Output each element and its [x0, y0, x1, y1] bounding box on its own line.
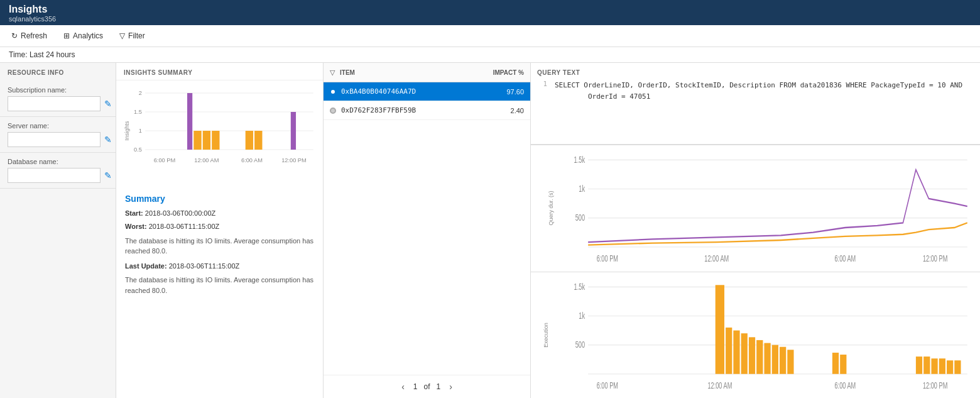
- svg-text:500: 500: [575, 340, 585, 349]
- database-field: Database name: ✎: [0, 153, 116, 189]
- svg-text:12:00 PM: 12:00 PM: [923, 380, 947, 389]
- app-title: Insights: [9, 4, 971, 15]
- svg-rect-42: [749, 337, 755, 373]
- query-duration-chart: Query dur. (s) 1.5k 1k 500: [531, 145, 980, 272]
- svg-rect-52: [931, 358, 937, 374]
- server-input[interactable]: [8, 132, 101, 147]
- query-code: SELECT OrderLineID, OrderID, StockItemID…: [555, 80, 962, 102]
- svg-text:12:00 PM: 12:00 PM: [923, 253, 947, 263]
- last-update-value: 2018-03-06T11:15:00Z: [169, 262, 240, 270]
- refresh-button[interactable]: Refresh: [9, 30, 50, 41]
- svg-rect-47: [787, 350, 793, 373]
- summary-worst: Worst: 2018-03-06T11:15:00Z: [125, 222, 314, 231]
- page-total: 1: [437, 382, 441, 391]
- subscription-label: Subscription name:: [8, 86, 108, 94]
- summary-section: Summary Start: 2018-03-06T00:00:00Z Wors…: [116, 187, 323, 398]
- query-text-panel: QUERY TEXT 1 SELECT OrderLineID, OrderID…: [531, 63, 980, 145]
- analytics-icon: [63, 31, 70, 40]
- col-item-header: ITEM: [340, 69, 474, 76]
- bottom-charts: Query dur. (s) 1.5k 1k 500: [531, 145, 980, 398]
- svg-rect-50: [916, 357, 922, 374]
- database-input[interactable]: [8, 168, 101, 183]
- summary-last-update: Last Update: 2018-03-06T11:15:00Z: [125, 262, 314, 271]
- svg-text:0.5: 0.5: [134, 146, 142, 153]
- query-line-number: 1: [537, 80, 547, 102]
- svg-rect-12: [187, 93, 192, 150]
- subscription-edit-icon[interactable]: ✎: [104, 99, 112, 109]
- database-label: Database name:: [8, 158, 108, 165]
- svg-rect-48: [832, 352, 839, 373]
- execution-y-label: Execution: [543, 323, 549, 348]
- worst-value: 2018-03-06T11:15:00Z: [149, 223, 220, 230]
- filter-icon: [119, 31, 125, 40]
- subscription-field: Subscription name: ✎: [0, 81, 116, 117]
- app-header: Insights sqlanalytics356: [0, 0, 980, 25]
- items-panel: ITEM IMPACT % 0xBA4B0B040746AA7D 97.60 0…: [324, 63, 531, 398]
- resource-panel: RESOURCE INFO Subscription name: ✎ Serve…: [0, 63, 116, 398]
- svg-rect-39: [726, 327, 732, 373]
- page-of: of: [423, 382, 430, 391]
- item-id: 0xBA4B0B040746AA7D: [341, 87, 474, 96]
- svg-rect-15: [291, 112, 296, 150]
- svg-rect-9: [193, 131, 201, 150]
- item-id: 0xD762F283F7FBF59B: [341, 106, 474, 114]
- item-row[interactable]: 0xBA4B0B040746AA7D 97.60: [324, 82, 530, 101]
- items-table-header: ITEM IMPACT %: [324, 63, 530, 82]
- subscription-input[interactable]: [8, 96, 101, 111]
- server-field: Server name: ✎: [0, 117, 116, 153]
- item-impact: 97.60: [474, 88, 524, 96]
- svg-text:1k: 1k: [579, 311, 585, 320]
- item-row[interactable]: 0xD762F283F7FBF59B 2.40: [324, 101, 530, 120]
- col-impact-header: IMPACT %: [474, 69, 524, 76]
- filter-button[interactable]: Filter: [117, 30, 148, 41]
- start-value: 2018-03-06T00:00:00Z: [145, 209, 216, 217]
- svg-text:1k: 1k: [579, 184, 585, 193]
- svg-rect-51: [923, 357, 930, 374]
- insights-chart: 2 1.5 1 0.5 Insights 6:00 PM: [116, 80, 323, 187]
- svg-text:1: 1: [139, 128, 142, 134]
- item-impact: 2.40: [474, 107, 524, 114]
- analytics-button[interactable]: Analytics: [61, 30, 106, 41]
- insights-panel-title: INSIGHTS SUMMARY: [116, 63, 323, 80]
- svg-rect-38: [716, 285, 724, 373]
- svg-rect-14: [254, 131, 262, 150]
- svg-rect-49: [840, 355, 846, 374]
- svg-text:1.5k: 1.5k: [574, 282, 585, 291]
- start-label: Start:: [125, 209, 143, 217]
- svg-rect-41: [741, 333, 748, 374]
- svg-text:12:00 AM: 12:00 AM: [704, 253, 729, 263]
- worst-label: Worst:: [125, 223, 147, 230]
- svg-rect-10: [203, 131, 210, 150]
- svg-text:6:00 AM: 6:00 AM: [834, 253, 856, 263]
- items-list: 0xBA4B0B040746AA7D 97.60 0xD762F283F7FBF…: [324, 82, 530, 375]
- item-dot: [330, 89, 336, 95]
- query-duration-y-label: Query dur. (s): [548, 191, 554, 226]
- right-panel: QUERY TEXT 1 SELECT OrderLineID, OrderID…: [531, 63, 980, 398]
- prev-page-button[interactable]: ‹: [399, 380, 407, 393]
- svg-text:6:00 PM: 6:00 PM: [597, 380, 618, 389]
- bar-chart-svg: 1.5k 1k 500: [537, 277, 974, 394]
- svg-rect-13: [246, 131, 253, 150]
- summary-title: Summary: [125, 194, 314, 204]
- resource-panel-title: RESOURCE INFO: [0, 69, 116, 81]
- summary-desc1: The database is hitting its IO limits. A…: [125, 236, 314, 257]
- time-range-label: Time: Last 24 hours: [9, 50, 75, 59]
- toolbar: Refresh Analytics Filter: [0, 25, 980, 47]
- server-edit-icon[interactable]: ✎: [104, 135, 112, 145]
- last-update-label: Last Update:: [125, 262, 167, 270]
- next-page-button[interactable]: ›: [447, 380, 455, 393]
- database-edit-icon[interactable]: ✎: [104, 170, 112, 180]
- refresh-label: Refresh: [21, 31, 47, 40]
- items-filter-icon[interactable]: [330, 68, 335, 77]
- svg-text:6:00 AM: 6:00 AM: [834, 380, 856, 389]
- server-label: Server name:: [8, 122, 108, 130]
- execution-chart: Execution 1.5k 1k 500: [531, 272, 980, 399]
- svg-rect-43: [756, 340, 763, 373]
- page-current: 1: [413, 382, 418, 391]
- svg-text:Insights: Insights: [124, 121, 130, 140]
- analytics-label: Analytics: [73, 31, 103, 40]
- svg-text:12:00 AM: 12:00 AM: [707, 380, 732, 389]
- svg-text:1.5: 1.5: [134, 109, 142, 115]
- svg-text:12:00 PM: 12:00 PM: [281, 157, 307, 163]
- item-dot: [330, 108, 336, 114]
